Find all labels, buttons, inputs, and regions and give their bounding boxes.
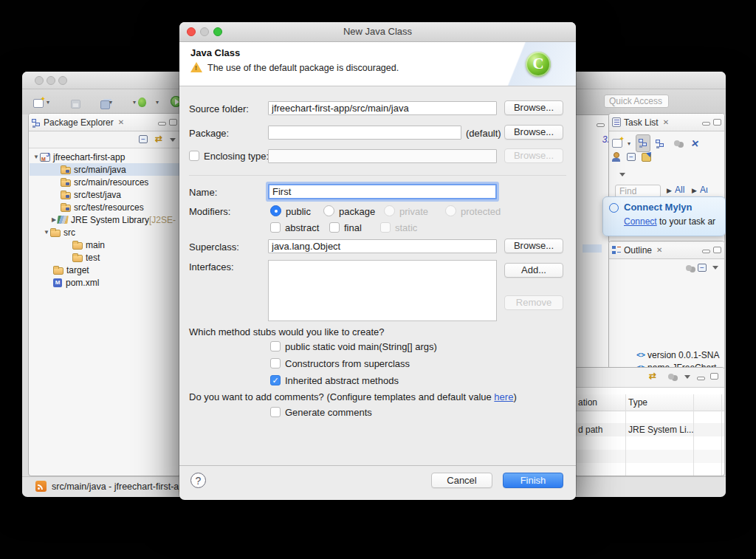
package-radio[interactable] [323,205,334,216]
zoom-traffic-light[interactable] [58,76,67,85]
tree-item-project[interactable]: ▼ jfreechart-first-app [30,151,179,163]
tree-item-src-test-resources[interactable]: src/test/resources [30,201,179,213]
package-explorer-panel: Package Explorer ✕ − ⇄ ▼ jfreechart-firs… [28,113,181,476]
name-input[interactable] [268,184,497,199]
assigned-to-me-icon[interactable] [612,152,621,162]
debug-dropdown-icon[interactable]: ▾ [109,99,112,106]
save-icon[interactable] [71,100,80,109]
public-radio[interactable] [270,205,281,216]
help-icon[interactable]: ? [190,473,206,488]
separator [189,175,566,176]
new-task-dropdown-icon[interactable]: ▾ [628,140,630,147]
main-method-checkbox[interactable] [270,341,281,351]
view-menu-icon[interactable] [684,375,690,379]
expander-icon[interactable]: ▼ [32,154,40,160]
run-dropdown-icon[interactable]: ▾ [133,99,136,106]
tab-package-explorer[interactable]: Package Explorer [44,117,114,128]
tab-task-list[interactable]: Task List [624,117,659,128]
dialog-titlebar[interactable]: New Java Class [179,22,576,42]
final-checkbox[interactable] [329,222,340,233]
close-icon[interactable]: ✕ [663,118,669,126]
abstract-checkbox[interactable] [270,222,281,233]
tree-item-label: jfreechart-first-app [53,152,125,162]
close-icon[interactable]: ✕ [656,246,662,254]
browse-superclass-button[interactable]: Browse... [504,239,563,253]
minimize-traffic-light[interactable] [47,76,55,85]
superclass-input[interactable] [268,239,497,253]
tree-item-test[interactable]: test [30,251,179,264]
new-task-icon[interactable] [612,139,622,148]
collapse-all-icon[interactable]: − [627,153,636,161]
column-type[interactable]: Type [628,397,647,408]
minimize-icon[interactable] [702,250,710,253]
view-menu-icon[interactable] [170,138,176,142]
link-with-editor-icon[interactable]: ⇄ [649,371,656,381]
new-wizard-dropdown-icon[interactable]: ▾ [47,99,49,106]
collapse-all-icon[interactable]: − [139,135,148,143]
column-divider[interactable] [721,394,722,476]
generate-comments-checkbox[interactable] [270,407,281,417]
filter-all[interactable]: All [675,185,684,195]
synchronize-icon[interactable] [642,153,651,162]
column-location[interactable]: ation [578,397,597,408]
table-row[interactable]: d path JRE System Li... [575,423,724,436]
new-wizard-icon[interactable] [33,99,44,108]
source-folder-input[interactable] [268,101,497,115]
tree-item-src-test-java[interactable]: src/test/java [30,188,179,201]
tree-item-src-main-java[interactable]: src/main/java [30,163,179,176]
view-menu-icon[interactable] [619,173,625,176]
minimize-icon[interactable] [702,122,710,126]
debug-icon[interactable] [138,97,146,107]
column-divider[interactable] [625,394,626,476]
finish-button[interactable]: Finish [503,473,563,488]
focus-icon[interactable] [686,265,692,271]
focus-icon[interactable] [668,374,674,380]
browse-source-button[interactable]: Browse... [504,100,563,115]
filter-activated[interactable]: Aι [700,185,708,195]
tree-item-jre-library[interactable]: ▶ JRE System Library [J2SE- [30,213,179,226]
here-link[interactable]: here [494,391,513,402]
maximize-icon[interactable] [710,373,718,380]
minimize-icon[interactable] [697,377,705,380]
connect-link[interactable]: Connect [624,216,657,227]
collapse-all-icon[interactable]: − [698,264,707,272]
tree-item-target[interactable]: target [30,264,179,276]
constructors-checkbox[interactable] [270,358,281,368]
expander-icon[interactable]: ▼ [43,229,50,236]
close-icon[interactable]: ✕ [118,118,124,126]
clear-filter-icon[interactable]: ✕ [690,137,700,149]
browse-package-button[interactable]: Browse... [504,125,563,140]
scheduled-view-icon[interactable] [656,139,664,148]
tree-item-src-main-resources[interactable]: src/main/resources [30,176,179,188]
tree-item-src[interactable]: ▼ src [30,226,179,239]
feed-icon[interactable] [35,481,47,492]
view-menu-icon[interactable] [712,266,718,270]
quick-access-input[interactable]: Quick Access [604,95,669,108]
column-divider[interactable] [693,394,694,476]
inherited-methods-checkbox[interactable]: ✓ [270,375,281,385]
editor-minimize-icon[interactable] [597,123,605,127]
minimize-icon[interactable] [158,122,166,126]
maximize-icon[interactable] [713,247,721,253]
tab-outline[interactable]: Outline [624,245,652,256]
tree-item-pom[interactable]: M pom.xml [30,276,179,289]
add-interface-button[interactable]: Add... [504,263,563,278]
outline-item-version[interactable]: <> version 0.0.1-SNA [610,349,724,361]
coverage-dropdown-icon[interactable]: ▾ [156,99,159,106]
enclosing-type-checkbox[interactable] [189,151,199,161]
maximize-icon[interactable] [169,119,177,126]
cancel-button[interactable]: Cancel [431,473,492,488]
package-input[interactable] [268,126,461,140]
focus-tasks-icon[interactable] [674,140,680,146]
task-list-toolbar-row2: − [612,152,651,162]
tree-item-suffix: [J2SE- [149,215,176,225]
dialog-heading: Java Class [190,47,240,58]
save-all-icon[interactable] [100,100,110,109]
maximize-icon[interactable] [713,119,721,126]
table-row[interactable] [575,450,724,463]
folder-icon [50,230,61,237]
interfaces-list[interactable] [268,260,497,321]
tree-item-main[interactable]: main [30,239,179,251]
link-with-editor-icon[interactable]: ⇄ [155,134,162,144]
close-traffic-light[interactable] [35,76,44,85]
